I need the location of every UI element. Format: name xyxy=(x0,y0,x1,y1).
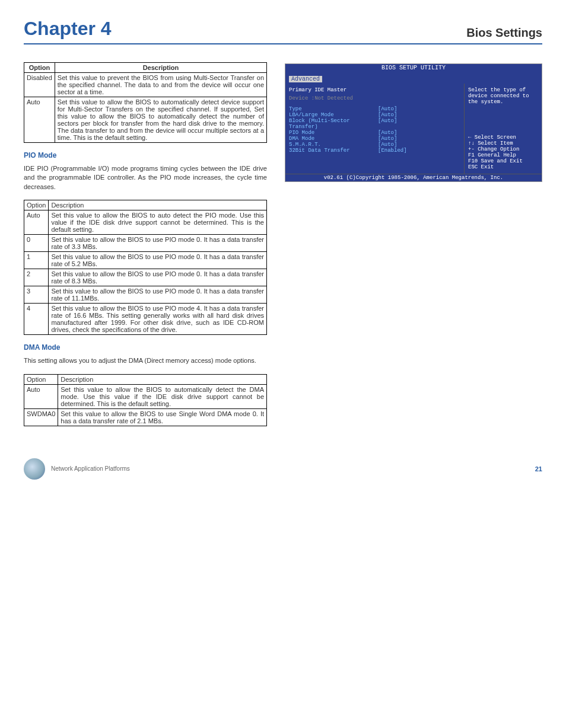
pio-mode-body: IDE PIO (Programmable I/O) mode programs… xyxy=(24,164,267,191)
bios-screenshot: BIOS SETUP UTILITY Advanced Primary IDE … xyxy=(285,63,542,182)
table-row: 2Set this value to allow the BIOS to use… xyxy=(24,269,267,286)
table-row: Auto Set this value to allow the BIOS to… xyxy=(24,97,267,143)
chapter-title: Chapter 4 xyxy=(24,18,112,40)
table-row: 3Set this value to allow the BIOS to use… xyxy=(24,286,267,304)
bios-key-help: ← Select Screen ↑↓ Select Item +- Change… xyxy=(468,135,538,170)
bios-option: DMA Mode[Auto] xyxy=(289,136,460,142)
left-column: Option Description Disabled Set this val… xyxy=(24,62,267,435)
dma-mode-table: Option Description AutoSet this value to… xyxy=(24,374,267,426)
bios-option: PIO Mode[Auto] xyxy=(289,130,460,136)
bios-header: Primary IDE Master xyxy=(289,87,460,93)
bios-right-panel: Select the type of device connected to t… xyxy=(465,84,542,174)
bios-option: S.M.A.R.T.[Auto] xyxy=(289,142,460,148)
table-row: AutoSet this value to allow the BIOS to … xyxy=(24,210,267,235)
table-head-description: Description xyxy=(49,200,267,210)
table-head-option: Option xyxy=(24,200,49,210)
bios-device: Device :Not Detected xyxy=(289,95,460,101)
table-row: 1Set this value to allow the BIOS to use… xyxy=(24,252,267,269)
logo-icon xyxy=(24,458,45,480)
bios-option: Type[Auto] xyxy=(289,106,460,112)
multi-sector-table: Option Description Disabled Set this val… xyxy=(24,62,267,143)
bios-option: LBA/Large Mode[Auto] xyxy=(289,112,460,118)
page-header: Chapter 4 Bios Settings xyxy=(24,18,542,44)
pio-mode-heading: PIO Mode xyxy=(24,151,267,159)
bios-tab-advanced: Advanced xyxy=(289,76,322,82)
dma-mode-body: This setting allows you to adjust the DM… xyxy=(24,356,267,365)
bios-left-panel: Primary IDE Master Device :Not Detected … xyxy=(285,84,465,174)
right-column: BIOS SETUP UTILITY Advanced Primary IDE … xyxy=(285,62,542,435)
dma-mode-heading: DMA Mode xyxy=(24,343,267,352)
bios-option: 32Bit Data Transfer[Enabled] xyxy=(289,148,460,154)
bios-utility-title: BIOS SETUP UTILITY xyxy=(285,64,542,72)
bios-option: Block (Multi-Sector Transfer)[Auto] xyxy=(289,118,460,130)
bios-footer: v02.61 (C)Copyright 1985-2006, American … xyxy=(285,174,542,181)
pio-mode-table: Option Description AutoSet this value to… xyxy=(24,200,267,335)
table-head-description: Description xyxy=(58,374,267,384)
bios-tab-bar: Advanced xyxy=(285,72,542,84)
page-footer: Network Application Platforms 21 xyxy=(24,458,542,480)
table-head-option: Option xyxy=(24,374,58,384)
page-number: 21 xyxy=(535,465,542,472)
table-row: AutoSet this value to allow the BIOS to … xyxy=(24,384,267,408)
table-row: SWDMA0Set this value to allow the BIOS t… xyxy=(24,408,267,426)
table-head-description: Description xyxy=(55,63,266,73)
table-head-option: Option xyxy=(24,63,55,73)
table-row: 4Set this value to allow the BIOS to use… xyxy=(24,304,267,335)
table-row: Disabled Set this value to prevent the B… xyxy=(24,73,267,97)
section-title: Bios Settings xyxy=(466,26,542,40)
table-row: 0Set this value to allow the BIOS to use… xyxy=(24,235,267,252)
bios-help-text: Select the type of device connected to t… xyxy=(468,87,538,105)
footer-text: Network Application Platforms xyxy=(51,465,130,472)
